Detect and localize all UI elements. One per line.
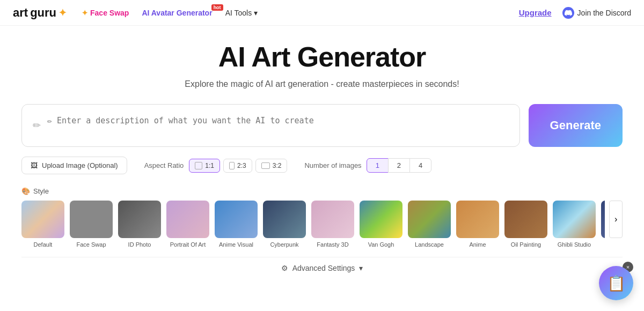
style-thumb-cartoon bbox=[601, 201, 605, 238]
prompt-input[interactable] bbox=[47, 116, 509, 135]
upload-image-button[interactable]: 🖼 Upload Image (Optional) bbox=[21, 157, 127, 174]
style-thumb-cyberpunk bbox=[263, 201, 306, 238]
logo-text-guru: guru bbox=[30, 6, 56, 20]
style-item-van-gogh[interactable]: Van Gogh bbox=[360, 201, 402, 248]
style-thumb-ghibli-studio bbox=[553, 201, 596, 238]
style-name-id-photo: ID Photo bbox=[128, 241, 151, 248]
style-icon: 🎨 bbox=[21, 187, 30, 195]
style-section: 🎨 Style Default Face Swap ID Photo Portr… bbox=[21, 187, 623, 248]
upload-label: Upload Image (Optional) bbox=[42, 161, 118, 169]
logo[interactable]: artguru ✦ bbox=[13, 6, 67, 20]
advanced-settings-toggle[interactable]: ⚙ Advanced Settings ▾ bbox=[21, 257, 623, 279]
style-name-landscape: Landscape bbox=[415, 241, 444, 248]
ratio-1-1-label: 1:1 bbox=[205, 162, 214, 169]
style-thumb-portrait-of-art bbox=[166, 201, 209, 238]
style-thumb-oil-painting bbox=[504, 201, 547, 238]
style-item-face-swap[interactable]: Face Swap bbox=[70, 201, 113, 248]
style-item-anime-visual[interactable]: Anime Visual bbox=[215, 201, 258, 248]
advanced-settings-label: Advanced Settings bbox=[292, 264, 355, 272]
upgrade-button[interactable]: Upgrade bbox=[519, 8, 552, 17]
ratio-1-1-button[interactable]: 1:1 bbox=[189, 159, 220, 173]
style-item-ghibli-studio[interactable]: Ghibli Studio bbox=[553, 201, 596, 248]
style-item-id-photo[interactable]: ID Photo bbox=[118, 201, 161, 248]
nav-ai-tools-label: AI Tools bbox=[225, 9, 252, 17]
aspect-ratio-group: Aspect Ratio 1:1 2:3 3:2 bbox=[144, 159, 288, 173]
main-content: AI Art Generator Explore the magic of AI… bbox=[0, 26, 644, 290]
style-name-anime: Anime bbox=[469, 241, 486, 248]
prompt-wrapper: ✏ bbox=[21, 104, 520, 147]
aspect-ratio-label: Aspect Ratio bbox=[144, 161, 184, 169]
header: artguru ✦ ✦ Face Swap AI Avatar Generato… bbox=[0, 0, 644, 26]
style-item-default[interactable]: Default bbox=[21, 201, 64, 248]
style-item-portrait-of-art[interactable]: Portrait Of Art bbox=[166, 201, 209, 248]
style-item-cartoon[interactable]: Cartoon bbox=[601, 201, 605, 248]
logo-text-art: art bbox=[13, 6, 28, 20]
style-thumb-anime bbox=[456, 201, 499, 238]
style-name-portrait-of-art: Portrait Of Art bbox=[170, 241, 206, 248]
face-swap-star-icon: ✦ bbox=[82, 9, 88, 17]
hot-badge: hot bbox=[211, 4, 223, 11]
style-name-anime-visual: Anime Visual bbox=[219, 241, 253, 248]
style-label: 🎨 Style bbox=[21, 187, 623, 195]
pencil-icon: ✏ bbox=[33, 120, 41, 131]
style-name-van-gogh: Van Gogh bbox=[368, 241, 394, 248]
num-images-group: Number of images 1 2 4 bbox=[304, 158, 431, 173]
style-item-anime[interactable]: Anime bbox=[456, 201, 499, 248]
style-name-ghibli-studio: Ghibli Studio bbox=[558, 241, 591, 248]
ratio-3-2-button[interactable]: 3:2 bbox=[255, 159, 288, 173]
ratio-landscape-icon bbox=[261, 162, 270, 169]
ratio-options: 1:1 2:3 3:2 bbox=[189, 159, 287, 173]
style-thumb-anime-visual bbox=[215, 201, 258, 238]
floating-action-icon: 📋 bbox=[607, 275, 626, 292]
style-thumb-id-photo bbox=[118, 201, 161, 238]
num-2-button[interactable]: 2 bbox=[388, 158, 410, 173]
logo-star-icon: ✦ bbox=[58, 7, 67, 19]
style-name-fantasy-3d: Fantasty 3D bbox=[317, 241, 348, 248]
nav: ✦ Face Swap AI Avatar Generator hot AI T… bbox=[82, 9, 519, 17]
num-images-label: Number of images bbox=[304, 161, 361, 169]
chevron-down-icon: ▾ bbox=[254, 9, 258, 17]
style-thumb-default bbox=[21, 201, 64, 238]
style-name-oil-painting: Oil Painting bbox=[511, 241, 541, 248]
style-thumb-face-swap bbox=[70, 201, 113, 238]
style-item-landscape[interactable]: Landscape bbox=[408, 201, 451, 248]
advanced-chevron-icon: ▾ bbox=[359, 264, 363, 272]
prompt-row: ✏ Generate bbox=[21, 104, 623, 147]
floating-action-button[interactable]: 📋 bbox=[599, 266, 633, 300]
style-name-default: Default bbox=[34, 241, 53, 248]
style-item-fantasy-3d[interactable]: Fantasty 3D bbox=[311, 201, 354, 248]
style-thumb-landscape bbox=[408, 201, 451, 238]
num-options: 1 2 4 bbox=[367, 158, 432, 173]
ratio-square-icon bbox=[195, 162, 202, 169]
style-section-label: Style bbox=[33, 187, 49, 195]
page-title: AI Art Generator bbox=[21, 41, 623, 73]
style-next-arrow[interactable]: › bbox=[609, 201, 623, 238]
num-1-button[interactable]: 1 bbox=[367, 158, 389, 173]
ratio-portrait-icon bbox=[229, 162, 235, 169]
discord-label: Join the Discord bbox=[577, 9, 631, 17]
style-name-cyberpunk: Cyberpunk bbox=[270, 241, 298, 248]
nav-ai-tools[interactable]: AI Tools ▾ bbox=[225, 9, 258, 17]
upload-icon: 🖼 bbox=[31, 161, 38, 169]
discord-icon bbox=[562, 7, 574, 19]
nav-ai-avatar-label: AI Avatar Generator bbox=[142, 9, 212, 17]
num-4-button[interactable]: 4 bbox=[409, 158, 431, 173]
settings-icon: ⚙ bbox=[281, 264, 288, 272]
ratio-2-3-label: 2:3 bbox=[237, 162, 246, 169]
style-item-cyberpunk[interactable]: Cyberpunk bbox=[263, 201, 306, 248]
nav-face-swap[interactable]: ✦ Face Swap bbox=[82, 9, 129, 17]
style-thumb-van-gogh bbox=[360, 201, 402, 238]
style-name-face-swap: Face Swap bbox=[76, 241, 106, 248]
style-grid: Default Face Swap ID Photo Portrait Of A… bbox=[21, 201, 605, 248]
nav-ai-avatar[interactable]: AI Avatar Generator hot bbox=[142, 9, 212, 17]
discord-button[interactable]: Join the Discord bbox=[562, 7, 631, 19]
controls-row: 🖼 Upload Image (Optional) Aspect Ratio 1… bbox=[21, 157, 623, 174]
style-item-oil-painting[interactable]: Oil Painting bbox=[504, 201, 547, 248]
generate-button[interactable]: Generate bbox=[529, 104, 623, 147]
nav-face-swap-label: Face Swap bbox=[90, 9, 129, 17]
nav-right: Upgrade Join the Discord bbox=[519, 7, 631, 19]
ratio-3-2-label: 3:2 bbox=[273, 162, 282, 169]
hero-subtitle: Explore the magic of AI art generation -… bbox=[21, 79, 623, 89]
style-thumb-fantasy-3d bbox=[311, 201, 354, 238]
ratio-2-3-button[interactable]: 2:3 bbox=[223, 159, 252, 173]
